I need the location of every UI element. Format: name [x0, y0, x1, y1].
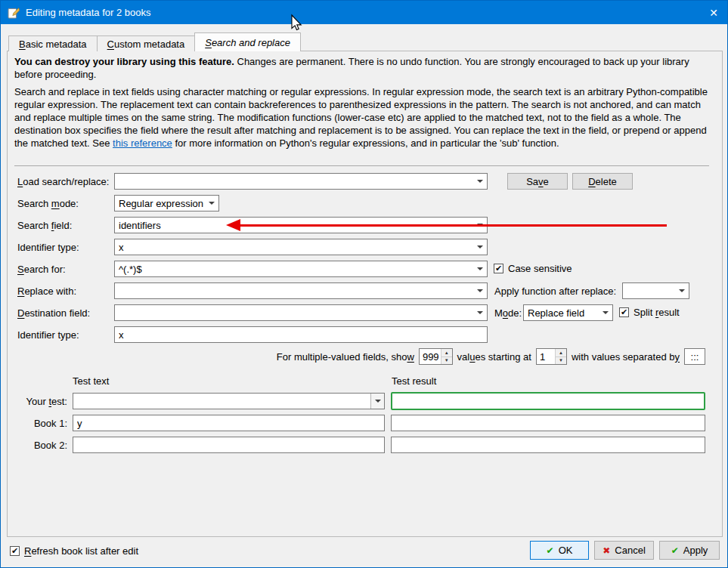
book1-result-field[interactable] [391, 415, 705, 431]
tab-basic-metadata[interactable]: Basic metadata [8, 36, 98, 51]
replace-with-label: Replace with: [17, 286, 76, 297]
chevron-down-icon [473, 305, 487, 320]
book1-test-input[interactable] [73, 415, 385, 431]
separator-line [14, 165, 709, 166]
load-search-replace-combo[interactable] [114, 173, 488, 190]
cancel-button[interactable]: ✖ Cancel [594, 541, 654, 560]
checkmark-icon: ✔ [619, 307, 629, 317]
mouse-cursor-icon [287, 14, 305, 33]
warning-text: You can destroy your library using this … [14, 55, 710, 81]
multiple-values-row: For multiple-valued fields, show 999 ▲ ▼… [277, 347, 705, 366]
destination-field-label: Destination field: [17, 307, 90, 319]
split-result-checkbox[interactable]: ✔ Split result [619, 307, 680, 318]
chevron-down-icon [205, 196, 218, 211]
show-count-spinner[interactable]: 999 ▲ ▼ [419, 348, 453, 365]
test-result-header: Test result [392, 375, 436, 387]
edit-metadata-icon [8, 7, 20, 19]
multi-show-label: For multiple-valued fields, show [277, 351, 414, 363]
chevron-down-icon [370, 394, 384, 409]
search-field-label: Search field: [17, 220, 72, 231]
ok-button[interactable]: ✔ OK [530, 541, 589, 560]
multi-separator-label: with values separated by [572, 351, 680, 363]
apply-function-label: Apply function after replace: [494, 286, 616, 297]
close-icon: ✕ [709, 7, 718, 19]
reference-link[interactable]: this reference [113, 137, 172, 149]
tab-custom-metadata[interactable]: Custom metadata [97, 36, 196, 51]
replace-with-combo[interactable] [114, 282, 488, 299]
annotation-arrow-line [240, 224, 667, 227]
checkmark-icon: ✔ [494, 264, 503, 273]
values-separator-input[interactable] [684, 348, 705, 365]
book1-label: Book 1: [14, 418, 67, 429]
destination-field-combo[interactable] [114, 304, 488, 321]
identifier-type2-input[interactable] [114, 326, 488, 343]
book2-test-input[interactable] [73, 437, 385, 453]
apply-button[interactable]: ✔ Apply [659, 541, 720, 560]
annotation-arrow-head [226, 219, 240, 231]
spin-down-icon[interactable]: ▼ [441, 357, 452, 365]
ok-check-icon: ✔ [547, 546, 554, 555]
edit-metadata-dialog: Editing metadata for 2 books ✕ Basic met… [0, 0, 728, 568]
identifier-type-label: Identifier type: [17, 242, 79, 253]
book2-result-field[interactable] [391, 437, 705, 453]
chevron-down-icon [675, 283, 689, 298]
spin-up-icon[interactable]: ▲ [556, 349, 566, 357]
tab-bar: Basic metadata Custom metadata Search an… [8, 32, 300, 51]
multi-start-label: values starting at [457, 351, 531, 363]
your-test-label: Your test: [14, 396, 67, 407]
chevron-down-icon [473, 261, 487, 276]
your-test-combo[interactable] [73, 393, 385, 409]
search-for-label: Search for: [17, 264, 66, 275]
refresh-book-list-checkbox[interactable]: ✔ Refresh book list after edit [10, 545, 138, 557]
tab-search-and-replace[interactable]: Search and replace [194, 32, 301, 51]
close-button[interactable]: ✕ [700, 1, 727, 24]
chevron-down-icon [473, 174, 487, 189]
titlebar: Editing metadata for 2 books ✕ [1, 1, 727, 24]
save-button[interactable]: Save [507, 173, 568, 190]
book2-label: Book 2: [14, 440, 67, 451]
chevron-down-icon [599, 305, 612, 320]
warning-bold: You can destroy your library using this … [14, 56, 234, 67]
mode-combo[interactable]: Replace field [523, 304, 613, 321]
spin-down-icon[interactable]: ▼ [556, 357, 566, 365]
description-text: Search and replace in text fields using … [14, 85, 710, 150]
test-text-header: Test text [73, 375, 109, 387]
apply-function-combo[interactable] [622, 282, 689, 299]
apply-check-icon: ✔ [671, 546, 679, 555]
spin-up-icon[interactable]: ▲ [441, 349, 452, 357]
identifier-type2-label: Identifier type: [17, 329, 79, 341]
load-search-replace-label: Load search/replace: [17, 176, 109, 187]
case-sensitive-checkbox[interactable]: ✔ Case sensitive [494, 263, 572, 274]
mode-label: Mode: [494, 307, 522, 319]
start-index-spinner[interactable]: 1 ▲ ▼ [536, 348, 567, 365]
search-mode-combo[interactable]: Regular expression [114, 195, 219, 211]
window-title: Editing metadata for 2 books [26, 7, 151, 18]
your-test-result-field[interactable] [391, 392, 705, 410]
chevron-down-icon [473, 239, 487, 255]
delete-button[interactable]: Delete [572, 173, 633, 190]
search-mode-label: Search mode: [17, 198, 79, 209]
search-for-combo[interactable]: ^(.*)$ [114, 261, 488, 277]
identifier-type-combo[interactable]: x [114, 239, 488, 255]
cancel-x-icon: ✖ [603, 546, 610, 555]
checkmark-icon: ✔ [10, 546, 20, 556]
chevron-down-icon [473, 283, 487, 298]
